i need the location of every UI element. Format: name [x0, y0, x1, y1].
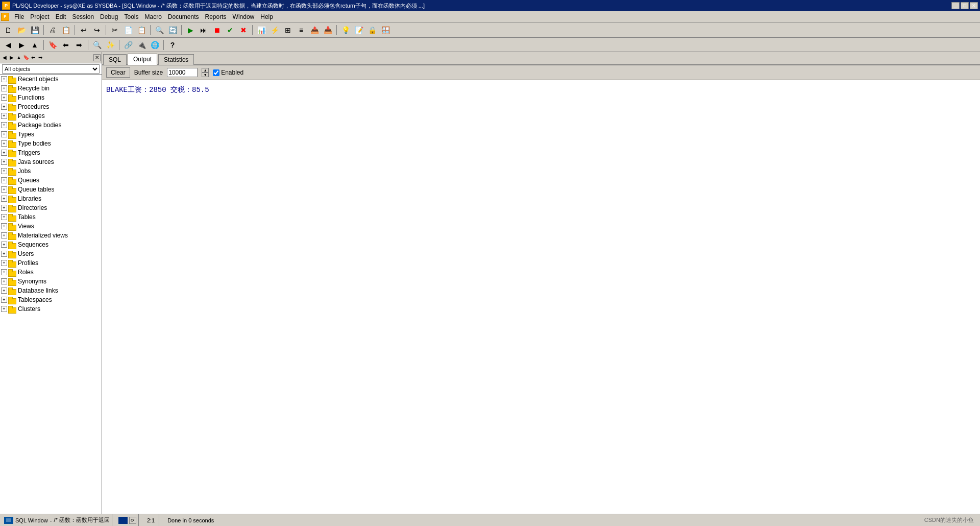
menu-edit[interactable]: Edit: [53, 12, 69, 21]
tree-item-users[interactable]: +Users: [0, 249, 102, 258]
toolbar-open-button[interactable]: 📂: [15, 24, 28, 36]
toolbar-paste-button[interactable]: 📋: [135, 24, 148, 36]
enabled-checkbox[interactable]: [213, 69, 219, 76]
tree-expand-profiles[interactable]: +: [1, 260, 7, 266]
menu-documents[interactable]: Documents: [165, 12, 202, 21]
tab-statistics[interactable]: Statistics: [158, 54, 194, 65]
menu-help[interactable]: Help: [257, 12, 276, 21]
tree-expand-packages[interactable]: +: [1, 113, 7, 119]
menu-session[interactable]: Session: [69, 12, 97, 21]
toolbar2-bookmark-next-button[interactable]: ➡: [73, 39, 85, 51]
tree-item-roles[interactable]: +Roles: [0, 268, 102, 277]
tree-expand-sequences[interactable]: +: [1, 242, 7, 248]
tree-expand-type-bodies[interactable]: +: [1, 140, 7, 147]
toolbar2-forward-button[interactable]: ▶: [15, 39, 28, 51]
sidebar-bookmark-button[interactable]: 🔖: [22, 54, 30, 61]
tree-item-clusters[interactable]: +Clusters: [0, 304, 102, 314]
sidebar-back-button[interactable]: ◀: [1, 54, 8, 61]
sidebar-close-button[interactable]: ✕: [93, 54, 101, 61]
tree-expand-tablespaces[interactable]: +: [1, 297, 7, 303]
tree-item-recent-objects[interactable]: +Recent objects: [0, 75, 102, 84]
spinner-down-button[interactable]: ▼: [202, 73, 209, 77]
toolbar2-disconnect-button[interactable]: 🔌: [135, 39, 148, 51]
tree-item-types[interactable]: +Types: [0, 130, 102, 139]
tree-expand-package-bodies[interactable]: +: [1, 122, 7, 128]
toolbar-import-button[interactable]: 📥: [322, 24, 334, 36]
toolbar-execute-button[interactable]: ▶: [184, 24, 197, 36]
toolbar-commit-button[interactable]: ✔: [224, 24, 236, 36]
toolbar2-connect-button[interactable]: 🔗: [122, 39, 134, 51]
tree-expand-queue-tables[interactable]: +: [1, 186, 7, 193]
tree-expand-database-links[interactable]: +: [1, 288, 7, 294]
tree-expand-materialized-views[interactable]: +: [1, 232, 7, 238]
clear-button[interactable]: Clear: [106, 67, 130, 78]
toolbar2-help-button[interactable]: ?: [166, 39, 179, 51]
sidebar-forward-button[interactable]: ▶: [8, 54, 15, 61]
toolbar-redo-button[interactable]: ↪: [91, 24, 103, 36]
tree-expand-triggers[interactable]: +: [1, 150, 7, 156]
toolbar2-magic-button[interactable]: ✨: [104, 39, 116, 51]
tree-item-tables[interactable]: +Tables: [0, 212, 102, 222]
toolbar-export-button[interactable]: 📤: [308, 24, 321, 36]
toolbar-new-button[interactable]: 🗋: [2, 24, 14, 36]
toolbar2-back-button[interactable]: ◀: [2, 39, 14, 51]
tree-expand-types[interactable]: +: [1, 131, 7, 137]
toolbar2-search2-button[interactable]: 🔍: [91, 39, 103, 51]
toolbar-save-button[interactable]: 💾: [29, 24, 41, 36]
toolbar-replace-button[interactable]: 🔄: [166, 24, 179, 36]
toolbar-preview-button[interactable]: 📋: [60, 24, 72, 36]
tree-item-profiles[interactable]: +Profiles: [0, 258, 102, 268]
toolbar-print-button[interactable]: 🖨: [46, 24, 59, 36]
status-indicator2[interactable]: ⟳: [129, 517, 136, 524]
tree-item-materialized-views[interactable]: +Materialized views: [0, 231, 102, 240]
menu-reports[interactable]: Reports: [202, 12, 230, 21]
tree-expand-java-sources[interactable]: +: [1, 159, 7, 165]
spinner-up-button[interactable]: ▲: [202, 68, 209, 73]
toolbar-rollback-button[interactable]: ✖: [237, 24, 250, 36]
toolbar-columns-button[interactable]: ≡: [295, 24, 307, 36]
tree-expand-recycle-bin[interactable]: +: [1, 85, 7, 91]
tree-expand-views[interactable]: +: [1, 223, 7, 229]
toolbar2-bookmark-prev-button[interactable]: ⬅: [60, 39, 72, 51]
toolbar-session-button[interactable]: 💡: [339, 24, 352, 36]
menu-project[interactable]: Project: [27, 12, 52, 21]
buffer-size-input[interactable]: [167, 68, 198, 77]
toolbar-execute-step-button[interactable]: ⏭: [198, 24, 210, 36]
sidebar-up-button[interactable]: ▲: [15, 54, 22, 61]
close-button[interactable]: ✕: [970, 2, 978, 9]
tree-item-java-sources[interactable]: +Java sources: [0, 157, 102, 166]
tree-item-directories[interactable]: +Directories: [0, 203, 102, 212]
tree-expand-recent-objects[interactable]: +: [1, 76, 7, 82]
menu-debug[interactable]: Debug: [97, 12, 121, 21]
menu-tools[interactable]: Tools: [121, 12, 141, 21]
tree-item-synonyms[interactable]: +Synonyms: [0, 277, 102, 286]
tree-item-functions[interactable]: +Functions: [0, 93, 102, 102]
toolbar-autocommit-button[interactable]: ⚡: [268, 24, 281, 36]
tree-item-triggers[interactable]: +Triggers: [0, 148, 102, 157]
tree-item-packages[interactable]: +Packages: [0, 111, 102, 121]
tree-item-package-bodies[interactable]: +Package bodies: [0, 121, 102, 130]
toolbar-undo-button[interactable]: ↩: [78, 24, 90, 36]
tree-item-queues[interactable]: +Queues: [0, 176, 102, 185]
toolbar-search-button[interactable]: 🔍: [153, 24, 165, 36]
buffer-size-spinner[interactable]: ▲ ▼: [202, 68, 209, 77]
tree-item-sequences[interactable]: +Sequences: [0, 240, 102, 249]
toolbar-plan-button[interactable]: 📊: [255, 24, 267, 36]
tree-item-views[interactable]: +Views: [0, 222, 102, 231]
tree-expand-libraries[interactable]: +: [1, 196, 7, 202]
tree-item-jobs[interactable]: +Jobs: [0, 166, 102, 176]
tree-expand-queues[interactable]: +: [1, 177, 7, 183]
menu-file[interactable]: File: [11, 12, 27, 21]
tree-expand-roles[interactable]: +: [1, 269, 7, 275]
tree-item-type-bodies[interactable]: +Type bodies: [0, 139, 102, 148]
tab-output[interactable]: Output: [128, 54, 157, 65]
tree-expand-directories[interactable]: +: [1, 205, 7, 211]
tab-sql[interactable]: SQL: [103, 54, 127, 65]
tree-item-libraries[interactable]: +Libraries: [0, 194, 102, 203]
maximize-button[interactable]: □: [961, 2, 969, 9]
toolbar-cut-button[interactable]: ✂: [109, 24, 121, 36]
tree-expand-procedures[interactable]: +: [1, 104, 7, 110]
tree-item-tablespaces[interactable]: +Tablespaces: [0, 295, 102, 304]
tree-expand-tables[interactable]: +: [1, 214, 7, 220]
tree-item-queue-tables[interactable]: +Queue tables: [0, 185, 102, 194]
